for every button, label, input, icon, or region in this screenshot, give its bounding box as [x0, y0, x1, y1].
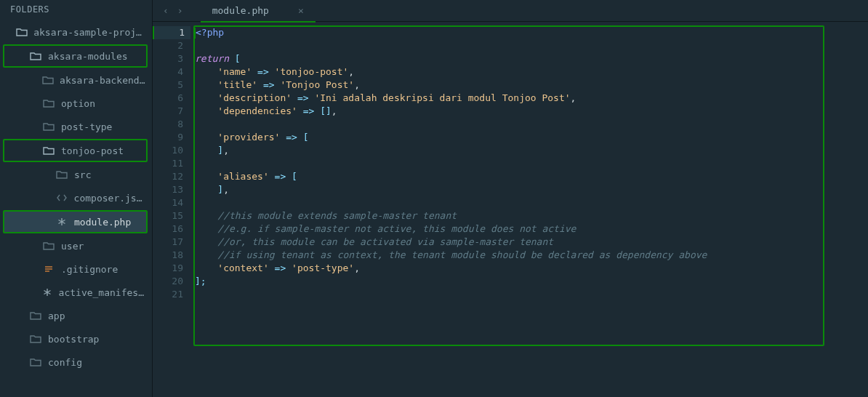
tree-item-label: post-type — [61, 121, 112, 132]
tab-label: module.php — [212, 5, 269, 16]
tree-item-backend[interactable]: aksara-backend-v2 — [0, 68, 152, 92]
folder-icon — [55, 168, 68, 181]
code-area: 123456789101112131415161718192021 <?php … — [153, 22, 868, 397]
tree-item-label: src — [74, 169, 91, 180]
tab-module-php[interactable]: module.php × — [201, 0, 316, 22]
file-icon — [42, 262, 55, 276]
folder-icon — [42, 120, 55, 133]
tree-item-activemanifest[interactable]: active_manifest.php — [0, 281, 152, 304]
tree-item-bootstrap[interactable]: bootstrap — [0, 327, 152, 350]
tree-item-gitignore[interactable]: .gitignore — [0, 257, 152, 281]
folder-icon — [29, 309, 42, 322]
tree-item-app[interactable]: app — [0, 304, 152, 327]
nav-back[interactable]: ‹ — [158, 4, 173, 17]
tree-item-root[interactable]: aksara-sample-project3 — [0, 20, 152, 44]
folder-icon — [29, 356, 42, 369]
folder-icon — [42, 97, 55, 110]
tree-item-tonjoo[interactable]: tonjoo-post — [3, 139, 148, 162]
nav-forward[interactable]: › — [173, 4, 188, 17]
tree-item-composer[interactable]: composer.json — [0, 186, 152, 209]
file-icon — [42, 286, 53, 299]
tree-item-label: bootstrap — [48, 334, 99, 345]
editor-pane: ‹ › module.php × 12345678910111213141516… — [153, 0, 868, 397]
folder-tree: aksara-sample-project3aksara-modulesaksa… — [0, 19, 152, 397]
file-icon — [55, 215, 68, 228]
tree-item-option[interactable]: option — [0, 92, 152, 115]
tree-item-user[interactable]: user — [0, 234, 152, 257]
tree-item-label: aksara-modules — [48, 51, 128, 62]
tree-item-posttype[interactable]: post-type — [0, 115, 152, 138]
tree-item-label: aksara-backend-v2 — [60, 75, 146, 86]
tree-item-label: active_manifest.php — [59, 287, 146, 298]
tree-item-label: user — [61, 241, 84, 252]
file-icon — [55, 191, 68, 204]
tree-item-modulephp[interactable]: module.php — [3, 210, 148, 233]
tree-item-config[interactable]: config — [0, 350, 152, 374]
tree-item-label: app — [48, 310, 65, 321]
close-icon[interactable]: × — [298, 5, 304, 16]
sidebar-header: FOLDERS — [0, 0, 152, 19]
folder-icon — [42, 239, 55, 252]
tree-item-src[interactable]: src — [0, 163, 152, 186]
tab-bar: ‹ › module.php × — [153, 0, 868, 22]
tree-item-label: module.php — [74, 217, 131, 228]
folder-icon — [16, 25, 28, 39]
line-gutter: 123456789101112131415161718192021 — [153, 23, 190, 397]
tree-item-label: .gitignore — [61, 264, 118, 275]
folder-sidebar: FOLDERS aksara-sample-project3aksara-mod… — [0, 0, 153, 397]
tree-item-label: tonjoo-post — [61, 145, 124, 156]
tree-item-label: config — [48, 357, 82, 368]
nav-arrows: ‹ › — [158, 4, 188, 17]
folder-icon — [29, 49, 42, 63]
folder-icon — [42, 144, 55, 157]
tree-item-aksara-modules[interactable]: aksara-modules — [3, 44, 148, 68]
code-content[interactable]: <?php return [ 'name' => 'tonjoo-post', … — [190, 23, 868, 397]
tree-item-label: aksara-sample-project3 — [33, 27, 146, 38]
tree-item-label: option — [61, 98, 95, 109]
folder-icon — [29, 332, 42, 345]
folder-icon — [42, 73, 54, 87]
tree-item-label: composer.json — [74, 193, 146, 204]
